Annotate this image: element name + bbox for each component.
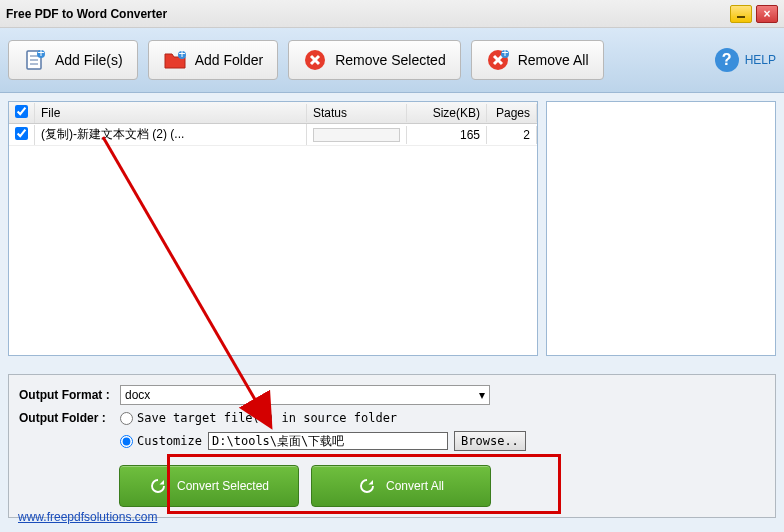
remove-all-icon: + — [486, 48, 510, 72]
output-folder-label: Output Folder : — [19, 411, 114, 425]
save-source-radio[interactable]: Save target file(s) in source folder — [120, 411, 397, 425]
svg-text:+: + — [178, 48, 185, 61]
output-format-select[interactable]: docx ▾ — [120, 385, 490, 405]
select-all-checkbox[interactable] — [15, 105, 28, 118]
col-size[interactable]: Size(KB) — [407, 104, 487, 122]
folder-plus-icon: + — [163, 48, 187, 72]
row-filename: (复制)-新建文本文档 (2) (... — [35, 124, 307, 145]
file-plus-icon: + — [23, 48, 47, 72]
svg-text:+: + — [37, 48, 44, 60]
row-status — [307, 126, 407, 144]
preview-panel — [546, 101, 776, 356]
help-button[interactable]: ? HELP — [715, 48, 776, 72]
col-file[interactable]: File — [35, 104, 307, 122]
remove-selected-button[interactable]: Remove Selected — [288, 40, 461, 80]
row-size: 165 — [407, 126, 487, 144]
row-checkbox[interactable] — [15, 127, 28, 140]
add-files-button[interactable]: + Add File(s) — [8, 40, 138, 80]
refresh-icon — [358, 477, 376, 495]
help-icon: ? — [715, 48, 739, 72]
footer-link[interactable]: www.freepdfsolutions.com — [18, 510, 157, 524]
row-pages: 2 — [487, 126, 537, 144]
refresh-icon — [149, 477, 167, 495]
remove-all-button[interactable]: + Remove All — [471, 40, 604, 80]
svg-text:+: + — [501, 48, 508, 60]
convert-all-button[interactable]: Convert All — [311, 465, 491, 507]
close-button[interactable]: × — [756, 5, 778, 23]
convert-selected-button[interactable]: Convert Selected — [119, 465, 299, 507]
file-table: File Status Size(KB) Pages (复制)-新建文本文档 (… — [8, 101, 538, 356]
customize-radio[interactable]: Customize — [120, 434, 202, 448]
svg-rect-0 — [737, 16, 745, 18]
output-path-input[interactable] — [208, 432, 448, 450]
remove-icon — [303, 48, 327, 72]
chevron-down-icon: ▾ — [479, 388, 485, 402]
minimize-button[interactable] — [730, 5, 752, 23]
add-folder-button[interactable]: + Add Folder — [148, 40, 278, 80]
table-row[interactable]: (复制)-新建文本文档 (2) (... 165 2 — [9, 124, 537, 146]
col-status[interactable]: Status — [307, 104, 407, 122]
browse-button[interactable]: Browse.. — [454, 431, 526, 451]
window-title: Free PDF to Word Converter — [6, 7, 730, 21]
col-pages[interactable]: Pages — [487, 104, 537, 122]
output-format-label: Output Format : — [19, 388, 114, 402]
